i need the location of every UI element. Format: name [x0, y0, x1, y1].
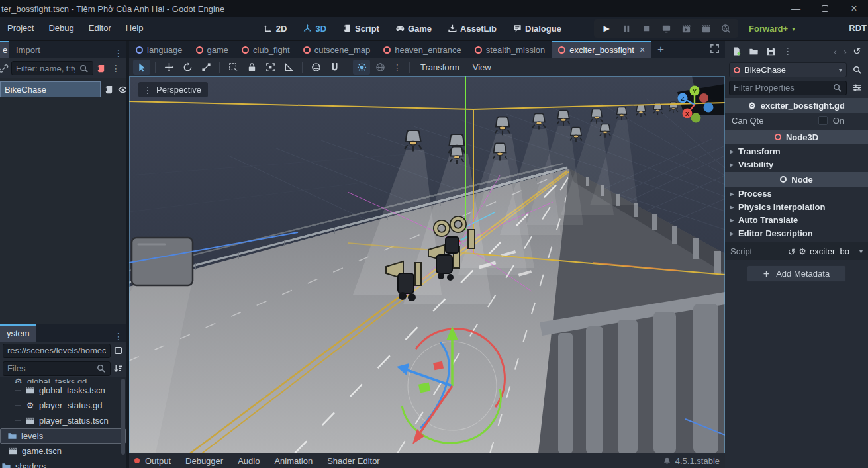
view-menu[interactable]: View: [467, 62, 497, 72]
scale-tool-button[interactable]: [197, 60, 215, 75]
resource-menu-icon[interactable]: ⋮: [781, 46, 795, 56]
workspace-2d[interactable]: 2D: [258, 24, 293, 34]
preview-menu-icon[interactable]: ⋮: [390, 62, 405, 73]
environment-toggle-button[interactable]: [371, 60, 389, 75]
close-tab-icon[interactable]: ×: [640, 44, 645, 55]
panel-animation[interactable]: Animation: [267, 456, 319, 466]
history-back-icon[interactable]: ‹: [834, 46, 837, 57]
tab-game[interactable]: game: [189, 41, 236, 58]
section-editor-description[interactable]: ▸Editor Description: [725, 226, 868, 240]
revert-icon[interactable]: ↺: [788, 246, 796, 257]
lock-button[interactable]: [243, 60, 260, 75]
play-scene-button[interactable]: [677, 21, 695, 36]
file-row[interactable]: global_tasks.tscn: [0, 383, 126, 398]
play-button[interactable]: ▶: [598, 21, 615, 36]
category-node[interactable]: Node: [725, 172, 868, 187]
category-node3d[interactable]: Node3D: [725, 130, 868, 144]
scene-tree-root-row[interactable]: BikeChase: [0, 81, 126, 98]
menu-debug[interactable]: Debug: [41, 17, 81, 40]
panel-shader-editor[interactable]: Shader Editor: [320, 456, 387, 466]
tab-exciter-bossfight[interactable]: exciter_bossfight×: [552, 41, 651, 58]
property-tools-icon[interactable]: [849, 81, 864, 95]
search-docs-icon[interactable]: [849, 63, 864, 77]
tree-menu-icon[interactable]: ⋮: [109, 63, 123, 73]
tab-cutscene-map[interactable]: cutscene_map: [297, 41, 377, 58]
tab-heaven-entrance[interactable]: heaven_entrance: [377, 41, 467, 58]
tab-scene-partial[interactable]: e: [0, 41, 9, 58]
scene-tree[interactable]: BikeChase: [0, 78, 126, 324]
movie-maker-button[interactable]: [717, 21, 734, 36]
file-row[interactable]: player_status.tscn: [0, 413, 126, 428]
workspace-dialogue[interactable]: Dialogue: [507, 24, 567, 34]
menu-help[interactable]: Help: [119, 17, 151, 40]
play-custom-scene-button[interactable]: [697, 21, 714, 36]
node-script-icon[interactable]: [104, 85, 114, 95]
link-icon[interactable]: [0, 64, 9, 73]
file-row-selected[interactable]: levels: [0, 428, 126, 444]
history-list-icon[interactable]: ↺: [849, 44, 864, 58]
panel-output[interactable]: Output: [138, 456, 177, 466]
tab-stealth-mission[interactable]: stealth_mission: [468, 41, 552, 58]
filesystem-menu-icon[interactable]: ⋮: [111, 331, 126, 342]
ruler-button[interactable]: [280, 60, 297, 75]
viewport-3d[interactable]: ⋮ Perspective: [129, 76, 725, 453]
new-resource-icon[interactable]: [729, 44, 744, 58]
pause-button[interactable]: [618, 21, 635, 36]
section-visibility[interactable]: ▸Visibility: [725, 158, 868, 171]
new-tab-button[interactable]: +: [651, 43, 670, 56]
tab-language[interactable]: language: [129, 41, 189, 58]
save-resource-icon[interactable]: [763, 44, 778, 58]
file-row[interactable]: ⚙ player_status.gd: [0, 398, 126, 413]
perspective-menu[interactable]: ⋮ Perspective: [138, 82, 208, 97]
can-qte-checkbox[interactable]: [818, 116, 828, 125]
file-list[interactable]: ⚙ global_tasks.gd global_tasks.tscn ⚙ pl…: [0, 377, 126, 468]
attach-script-icon[interactable]: [96, 64, 106, 73]
renderer-selector[interactable]: Forward+ ▾: [749, 17, 795, 40]
stop-button[interactable]: [638, 21, 655, 36]
scene-filter-input[interactable]: Filter: name, t:type: [11, 61, 93, 75]
section-physics-interpolation[interactable]: ▸Physics Interpolation: [725, 200, 868, 213]
maximize-button[interactable]: [820, 4, 830, 13]
file-row[interactable]: shaders: [0, 459, 126, 468]
rotate-tool-button[interactable]: [179, 60, 196, 75]
script-value[interactable]: ↺ ⚙ exciter_bo: [788, 246, 849, 257]
tab-club-fight[interactable]: club_fight: [235, 41, 297, 58]
version-info[interactable]: 4.5.1.stable: [663, 456, 720, 466]
tab-import[interactable]: Import: [9, 41, 47, 58]
move-tool-button[interactable]: [160, 60, 177, 75]
workspace-game[interactable]: Game: [390, 24, 437, 34]
tab-filesystem[interactable]: ystem: [0, 324, 36, 342]
load-resource-icon[interactable]: [746, 44, 761, 58]
files-filter-input[interactable]: Files: [3, 361, 111, 376]
filter-properties-input[interactable]: Filter Properties: [729, 81, 847, 95]
workspace-script[interactable]: Script: [337, 24, 385, 34]
workspace-3d[interactable]: 3D: [297, 24, 332, 34]
remote-debug-button[interactable]: [657, 21, 675, 36]
toggle-split-icon[interactable]: [113, 346, 123, 355]
minimize-button[interactable]: —: [791, 4, 800, 13]
file-list-scrollbar[interactable]: [121, 379, 125, 455]
script-section-header[interactable]: ⚙ exciter_bossfight.gd: [725, 98, 868, 113]
file-row[interactable]: ⚙ global_tasks.gd: [0, 377, 126, 383]
select-tool-button[interactable]: [133, 60, 150, 75]
sun-toggle-button[interactable]: [353, 60, 370, 75]
local-space-button[interactable]: [307, 60, 324, 75]
section-auto-translate[interactable]: ▸Auto Translate: [725, 213, 868, 226]
workspace-assetlib[interactable]: AssetLib: [442, 24, 502, 34]
filesystem-path[interactable]: res://scenes/levels/homeco: [3, 344, 111, 358]
menu-project[interactable]: Project: [0, 17, 41, 40]
file-row[interactable]: game.tscn: [0, 444, 126, 459]
snap-button[interactable]: [326, 60, 343, 75]
section-transform[interactable]: ▸Transform: [725, 144, 868, 158]
dock-menu-icon[interactable]: ⋮: [111, 48, 126, 58]
close-button[interactable]: ×: [849, 4, 859, 13]
add-metadata-button[interactable]: + Add Metadata: [747, 265, 846, 282]
section-process[interactable]: ▸Process: [725, 187, 868, 200]
panel-debugger[interactable]: Debugger: [179, 456, 230, 466]
menu-editor[interactable]: Editor: [81, 17, 119, 40]
distraction-free-icon[interactable]: [710, 44, 725, 56]
group-button[interactable]: [262, 60, 279, 75]
transform-menu[interactable]: Transform: [414, 62, 465, 72]
history-forward-icon[interactable]: ›: [844, 46, 847, 57]
root-node-selected[interactable]: BikeChase: [0, 81, 101, 97]
